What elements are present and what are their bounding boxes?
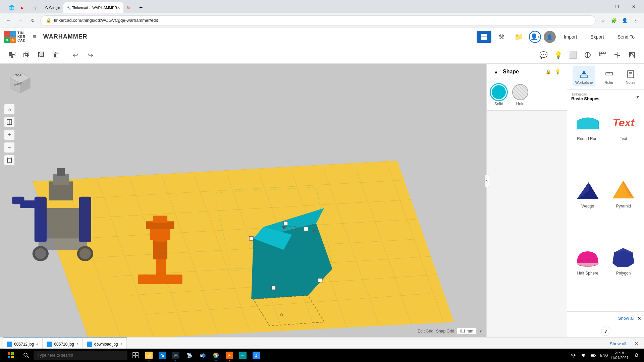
back-button[interactable]: ← (4, 16, 13, 25)
folder-view-toggle[interactable]: 📁 (512, 31, 526, 43)
shape-item-pyramid[interactable]: Pyramid (607, 176, 640, 240)
duplicate-button[interactable] (20, 48, 34, 62)
taskbar-app-arduino[interactable]: ∞ (236, 349, 250, 362)
scroll-down-button[interactable]: ∨ (601, 326, 610, 336)
restore-button[interactable]: ❐ (609, 1, 625, 12)
solid-option[interactable]: Solid (491, 84, 507, 106)
show-all-downloads-button[interactable]: Show all (604, 341, 632, 346)
battery-icon[interactable] (589, 351, 598, 360)
library-name: Basic Shapes (571, 96, 634, 101)
close-downloads-button[interactable]: ✕ (632, 341, 641, 347)
import-button[interactable]: Import (558, 32, 583, 42)
new-tab-button[interactable]: + (136, 2, 146, 13)
bookmark-button[interactable]: ☆ (598, 16, 608, 25)
download-icon-1 (7, 342, 12, 347)
settings-button[interactable]: ⋮ (631, 16, 640, 25)
light-button[interactable]: 💡 (551, 48, 565, 62)
download-chevron-1[interactable]: ∧ (36, 342, 38, 346)
extension-button[interactable]: 🧩 (609, 16, 619, 25)
ruler-button[interactable]: Ruler (601, 66, 617, 86)
flip-button[interactable] (625, 48, 639, 62)
explorer-active-indicator (148, 360, 150, 361)
browser-tab-amazon[interactable]: 🛒 (30, 2, 42, 13)
show-all-button[interactable]: Show all (615, 314, 637, 322)
taskbar: 📁 🛍 🎮 📡 📬 (0, 349, 644, 362)
shape-header-icons: 🔒 💡 (544, 68, 561, 76)
shape-item-half-sphere[interactable]: Half Sphere (571, 243, 604, 307)
taskbar-app-maps[interactable]: 🗺 (263, 349, 276, 362)
download-chevron-2[interactable]: ∧ (76, 342, 78, 346)
volume-icon[interactable] (579, 351, 588, 360)
copy-button[interactable] (35, 48, 48, 62)
forward-button[interactable]: → (16, 16, 25, 25)
shape-bulb-icon[interactable]: 💡 (553, 68, 561, 76)
close-panel-button[interactable]: ✕ (637, 314, 641, 322)
taskbar-app-explorer[interactable]: 📁 (142, 349, 156, 362)
canvas-area[interactable]: TOP FRONT ⌂ + − (0, 64, 486, 337)
shape-item-polygon[interactable]: Polygon (607, 243, 640, 307)
browser-tab-yt[interactable]: ▶ (18, 2, 30, 13)
notes-button[interactable]: Notes (623, 66, 639, 86)
shape-item-text[interactable]: Text Text (607, 108, 640, 173)
delete-button[interactable]: 🗑 (50, 48, 63, 62)
tab-close-icon[interactable]: ✕ (117, 6, 120, 10)
shape-button[interactable]: ⬜ (566, 48, 580, 62)
taskbar-app-store[interactable]: 🛍 (156, 349, 169, 362)
refresh-button[interactable]: ↻ (28, 16, 38, 25)
taskbar-search-input[interactable] (34, 351, 127, 360)
menu-button[interactable]: ≡ (30, 32, 39, 42)
taskbar-app-app8[interactable]: F (223, 349, 236, 362)
browser-tab-gmail[interactable]: M (123, 2, 136, 13)
taskbar-app-steam[interactable]: 🎮 (169, 349, 182, 362)
snap-dropdown-icon[interactable]: ▼ (479, 329, 482, 333)
align-button[interactable] (610, 48, 624, 62)
workplane-icon (579, 68, 589, 79)
download-item-2[interactable]: 605710.jpg ∧ (43, 338, 83, 350)
edit-grid-link[interactable]: Edit Grid (418, 329, 433, 334)
search-taskbar-icon[interactable] (20, 349, 32, 362)
start-button[interactable] (3, 349, 19, 362)
taskbar-app-app6[interactable]: 📬 (196, 349, 209, 362)
add-user-button[interactable]: 👤+ (529, 31, 541, 43)
taskbar-app-zoom[interactable]: Z (250, 349, 263, 362)
mirror-button[interactable] (581, 48, 594, 62)
taskbar-app-chrome[interactable] (209, 349, 223, 362)
profile-button[interactable]: 👤 (620, 16, 629, 25)
close-button[interactable]: ✕ (626, 1, 641, 12)
minimize-button[interactable]: ─ (592, 1, 608, 12)
download-chevron-3[interactable]: ∧ (120, 342, 122, 346)
browser-tab-google[interactable]: GGoogle (42, 2, 63, 13)
workplane-button[interactable]: Workplane (573, 66, 595, 86)
redo-button[interactable]: ↪ (84, 48, 97, 62)
address-bar[interactable]: 🔒 tinkercad.com/things/dtkWOGVCgqe-warha… (40, 15, 596, 25)
browser-tab-newtab[interactable]: 🌐 (5, 2, 18, 13)
network-icon[interactable] (569, 351, 578, 360)
comment-button[interactable]: 💬 (537, 48, 550, 62)
download-item-1[interactable]: 605712.jpg ∧ (3, 338, 43, 350)
browser-tab-tinkercad[interactable]: 🔧Tinkercad – WARHAMMER ✕ (63, 2, 123, 13)
shape-item-round-roof[interactable]: Round Roof (571, 108, 604, 173)
hammer-view-toggle[interactable]: ⚒ (494, 31, 509, 43)
taskbar-app-radio[interactable]: 📡 (182, 349, 196, 362)
notification-icon[interactable] (632, 351, 641, 360)
export-button[interactable]: Export (585, 32, 609, 42)
hole-option[interactable]: Hole (512, 84, 528, 106)
taskbar-clock[interactable]: 21:18 11/04/2021 (610, 351, 631, 360)
undo-button[interactable]: ↩ (69, 48, 82, 62)
library-dropdown-icon[interactable]: ▼ (635, 94, 640, 100)
create-shape-button[interactable] (5, 48, 19, 62)
tinkercad-logo[interactable]: T I N K TIN KER CAD (4, 31, 26, 43)
snap-value[interactable]: 0.1 mm (457, 328, 476, 335)
shape-collapse-button[interactable]: ▲ (492, 68, 500, 76)
user-avatar[interactable]: 👤 (544, 31, 556, 43)
shape-item-wedge[interactable]: Wedge (571, 176, 604, 240)
grid-view-toggle[interactable] (477, 31, 491, 43)
download-item-3[interactable]: download.jpg ∧ (83, 338, 127, 350)
grid-snap-button[interactable] (596, 48, 609, 62)
language-indicator[interactable]: ENG (599, 353, 609, 357)
library-dropdown[interactable]: Tinkercad Basic Shapes ▼ (567, 89, 644, 104)
shape-lock-icon[interactable]: 🔒 (544, 68, 552, 76)
taskbar-app-taskview[interactable] (129, 349, 142, 362)
panel-collapse-chevron[interactable]: › (485, 175, 489, 187)
send-to-button[interactable]: Send To (612, 32, 640, 42)
